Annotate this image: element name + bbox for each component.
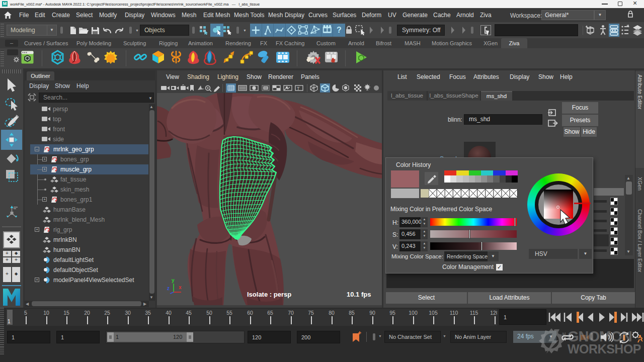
svg-text:T: T	[297, 86, 300, 91]
svg-text:Isolate : persp: Isolate : persp	[247, 291, 291, 298]
svg-text:x: x	[179, 285, 182, 290]
svg-text:y: y	[172, 278, 175, 283]
svg-text:z: z	[167, 286, 170, 291]
svg-text:10.1 fps: 10.1 fps	[347, 291, 371, 298]
